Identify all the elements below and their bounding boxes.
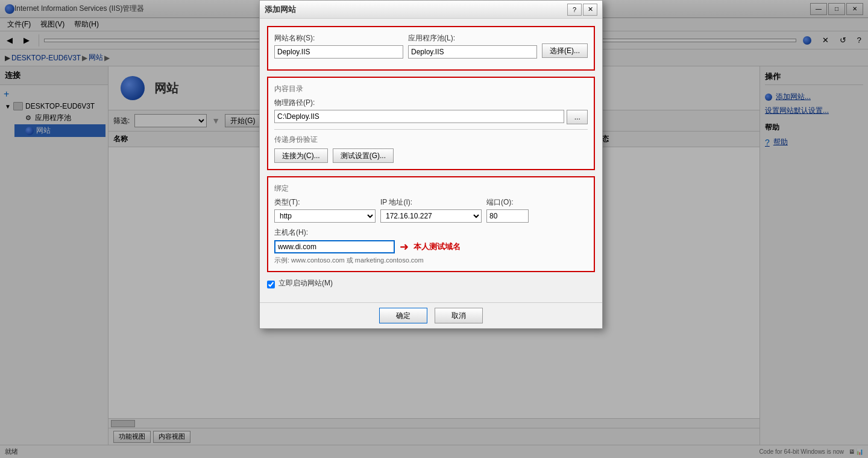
dialog-title-bar: 添加网站 ? ✕ [260,1,602,19]
add-website-dialog: 添加网站 ? ✕ 网站名称(S): 应用程序池(L): . 选择(E)... [259,0,603,329]
type-select[interactable]: http https [274,209,376,223]
test-settings-btn[interactable]: 测试设置(G)... [333,148,394,163]
dialog-title-text: 添加网站 [265,4,567,15]
physical-path-row: 物理路径(P): ... [274,98,588,124]
port-cell: 端口(O): [486,197,588,223]
connect-as-btn[interactable]: 连接为(C)... [274,148,328,163]
content-dir-section: 内容目录 物理路径(P): ... 传递身份验证 连接为(C)... 测试设置(… [267,77,595,170]
physical-path-input-row: ... [274,110,588,124]
cancel-btn[interactable]: 取消 [435,308,483,323]
dialog-close-btn[interactable]: ✕ [583,4,597,16]
annotation-text: 本人测试域名 [414,241,461,252]
content-dir-title: 内容目录 [274,84,588,94]
start-checkbox-row: 立即启动网站(M) [267,278,595,290]
app-pool-input[interactable] [408,45,537,59]
start-checkbox-label: 立即启动网站(M) [278,278,333,288]
dialog-body: 网站名称(S): 应用程序池(L): . 选择(E)... 内容目录 物理路径(… [260,19,602,302]
ip-cell: IP 地址(I): 172.16.10.227 [380,197,482,223]
hostname-input-row: ➜ 本人测试域名 [274,240,588,253]
physical-path-input[interactable] [274,110,564,123]
hostname-input[interactable] [274,240,395,253]
app-pool-col: 应用程序池(L): [408,33,537,59]
site-name-section: 网站名称(S): 应用程序池(L): . 选择(E)... [267,26,595,71]
binding-title: 绑定 [274,183,588,194]
ip-label: IP 地址(I): [380,197,482,208]
site-name-label: 网站名称(S): [274,33,403,43]
binding-section: 绑定 类型(T): http https IP 地址(I): 172.16.10… [267,176,595,272]
type-cell: 类型(T): http https [274,197,376,223]
example-text: 示例: www.contoso.com 或 marketing.contoso.… [274,256,588,265]
select-btn-col: . 选择(E)... [542,33,588,58]
site-name-row: 网站名称(S): 应用程序池(L): . 选择(E)... [274,33,588,59]
type-label: 类型(T): [274,197,376,208]
pass-auth-title: 传递身份验证 [274,135,588,145]
dialog-title-controls: ? ✕ [567,4,597,16]
site-name-col: 网站名称(S): [274,33,403,59]
select-app-pool-btn[interactable]: 选择(E)... [542,43,588,58]
start-checkbox[interactable] [267,281,275,288]
hostname-section: 主机名(H): ➜ 本人测试域名 示例: www.contoso.com 或 m… [274,227,588,265]
physical-path-col: 物理路径(P): ... [274,98,588,124]
browse-btn[interactable]: ... [567,110,588,124]
physical-path-label: 物理路径(P): [274,98,588,108]
annotation-arrow-icon: ➜ [400,240,409,253]
site-name-input[interactable] [274,45,403,59]
hostname-label: 主机名(H): [274,228,308,237]
binding-grid: 类型(T): http https IP 地址(I): 172.16.10.22… [274,197,588,223]
dialog-help-btn[interactable]: ? [567,4,582,16]
app-pool-label: 应用程序池(L): [408,33,537,43]
dialog-footer: 确定 取消 [260,302,602,328]
section-divider [274,129,588,130]
select-btn-spacer: . [542,33,588,42]
port-label: 端口(O): [486,197,588,208]
ip-select[interactable]: 172.16.10.227 [380,209,482,223]
ok-btn[interactable]: 确定 [379,308,427,323]
connect-btns: 连接为(C)... 测试设置(G)... [274,148,588,163]
port-input[interactable] [486,209,529,223]
